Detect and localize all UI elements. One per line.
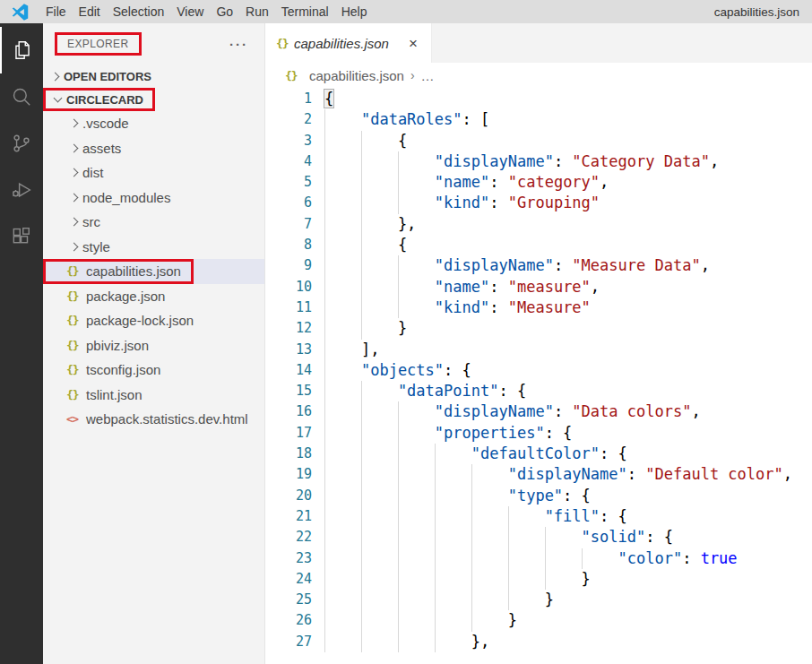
code-text: "dataPoint": { [324, 381, 526, 401]
code-line-15[interactable]: 15"dataPoint": { [265, 381, 812, 401]
code-line-24[interactable]: 24} [265, 569, 812, 590]
code-line-21[interactable]: 21"fill": { [265, 506, 812, 527]
indent-guide [508, 590, 545, 610]
menu-terminal[interactable]: Terminal [275, 4, 335, 19]
code-line-2[interactable]: 2"dataRoles": [ [265, 109, 812, 130]
folder-src[interactable]: src [43, 210, 264, 235]
file-capabilities.json[interactable]: {} capabilities.json [43, 259, 264, 284]
tab-capabilities-json[interactable]: {} capabilities.json × [265, 23, 432, 63]
indent-guide [324, 506, 361, 527]
code-line-22[interactable]: 22"solid": { [265, 527, 812, 548]
code-line-14[interactable]: 14"objects": { [265, 360, 812, 381]
code-line-9[interactable]: 9"displayName": "Measure Data", [265, 255, 812, 276]
indent-guide [398, 151, 435, 172]
indent-guide [398, 569, 435, 590]
indent-guide [398, 172, 435, 193]
breadcrumb: {} capabilities.json › … [265, 63, 812, 88]
close-tab-icon[interactable]: × [406, 35, 420, 52]
indent-guide [398, 610, 435, 631]
code-line-19[interactable]: 19"displayName": "Default color", [265, 464, 812, 485]
menu-go[interactable]: Go [210, 4, 239, 19]
code-line-13[interactable]: 13], [265, 340, 812, 360]
menu-selection[interactable]: Selection [107, 4, 171, 19]
indent-guide [508, 527, 545, 548]
folder-node_modules[interactable]: node_modules [43, 185, 264, 211]
code-text: }, [324, 632, 489, 652]
breadcrumb-file[interactable]: capabilities.json [309, 68, 404, 83]
code-text: ], [324, 340, 379, 360]
indent-guide [398, 548, 435, 569]
run-and-debug-icon[interactable] [0, 167, 43, 213]
file-webpack.statistics.dev.html[interactable]: <> webpack.statistics.dev.html [43, 407, 264, 432]
code-text: } [324, 590, 554, 610]
indent-guide [582, 548, 618, 569]
code-line-4[interactable]: 4"displayName": "Category Data", [265, 151, 812, 172]
file-tslint.json[interactable]: {} tslint.json [43, 383, 264, 408]
file-pbiviz.json[interactable]: {} pbiviz.json [43, 333, 264, 358]
code-line-17[interactable]: 17"properties": { [265, 423, 812, 444]
folder-dist[interactable]: dist [43, 160, 264, 185]
code-text: } [324, 569, 591, 590]
code-line-27[interactable]: 27}, [265, 632, 812, 652]
code-line-26[interactable]: 26} [265, 610, 812, 631]
menu-run[interactable]: Run [239, 4, 275, 19]
indent-guide [361, 193, 398, 213]
file-package.json[interactable]: {} package.json [43, 284, 264, 309]
code-line-3[interactable]: 3{ [265, 131, 812, 151]
indent-guide [324, 423, 361, 444]
code-text: "kind": "Grouping" [324, 193, 600, 213]
code-line-5[interactable]: 5"name": "category", [265, 172, 812, 193]
folder-.vscode[interactable]: .vscode [43, 111, 264, 136]
section-circlecard[interactable]: CIRCLECARD [43, 88, 264, 111]
code-line-20[interactable]: 20"type": { [265, 486, 812, 506]
section-open-editors[interactable]: OPEN EDITORS [43, 65, 264, 88]
code-line-16[interactable]: 16"displayName": "Data colors", [265, 401, 812, 422]
chevron-right-icon [66, 215, 82, 229]
code-line-8[interactable]: 8{ [265, 235, 812, 255]
indent-guide [435, 610, 471, 631]
vscode-logo-icon[interactable] [0, 4, 39, 21]
breadcrumb-separator-icon: › [410, 68, 415, 82]
indent-guide [324, 527, 361, 548]
line-number: 10 [265, 277, 312, 298]
menu-file[interactable]: File [39, 4, 73, 19]
indent-guide [361, 423, 398, 444]
code-line-6[interactable]: 6"kind": "Grouping" [265, 193, 812, 213]
menu-help[interactable]: Help [335, 4, 374, 19]
extensions-icon[interactable] [0, 213, 43, 260]
search-icon[interactable] [0, 73, 43, 120]
more-actions-button[interactable]: ··· [229, 37, 248, 52]
folder-style[interactable]: style [43, 235, 264, 260]
code-editor[interactable]: 1{2"dataRoles": [3{4"displayName": "Cate… [265, 88, 812, 664]
indent-guide [324, 235, 361, 255]
folder-assets[interactable]: assets [43, 136, 264, 161]
chevron-right-icon [66, 166, 82, 180]
indent-guide [435, 548, 471, 569]
line-number: 22 [265, 527, 312, 548]
code-line-7[interactable]: 7}, [265, 214, 812, 235]
breadcrumb-tail[interactable]: … [421, 68, 435, 83]
line-number: 1 [265, 89, 312, 109]
sidebar-header: EXPLORER ··· [43, 23, 264, 65]
code-text: { [324, 131, 407, 151]
code-line-23[interactable]: 23"color": true [265, 548, 812, 569]
code-line-25[interactable]: 25} [265, 590, 812, 610]
menu-view[interactable]: View [170, 4, 210, 19]
indent-guide [398, 506, 435, 527]
explorer-icon[interactable] [0, 27, 43, 73]
indent-guide [398, 486, 435, 506]
code-line-18[interactable]: 18"defaultColor": { [265, 444, 812, 464]
indent-guide [435, 506, 471, 527]
explorer-sidebar: EXPLORER ··· OPEN EDITORS CIRCLECARD .vs… [43, 23, 265, 664]
code-line-1[interactable]: 1{ [265, 89, 812, 109]
code-line-12[interactable]: 12} [265, 318, 812, 339]
file-tsconfig.json[interactable]: {} tsconfig.json [43, 358, 264, 383]
source-control-icon[interactable] [0, 120, 43, 167]
indent-guide [361, 444, 398, 464]
menu-edit[interactable]: Edit [73, 4, 107, 19]
code-text: "kind": "Measure" [324, 298, 591, 318]
indent-guide [324, 548, 361, 569]
file-package-lock.json[interactable]: {} package-lock.json [43, 308, 264, 333]
code-line-11[interactable]: 11"kind": "Measure" [265, 298, 812, 318]
code-line-10[interactable]: 10"name": "measure", [265, 277, 812, 298]
